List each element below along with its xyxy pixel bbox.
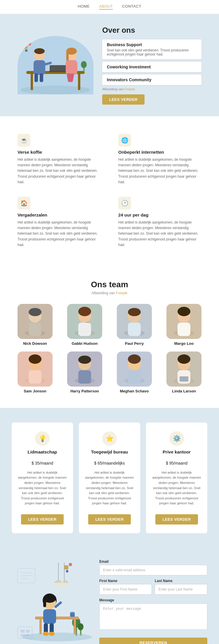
email-label: Email — [99, 560, 207, 564]
main-nav: HOME ABOUT CONTACT — [0, 0, 219, 14]
pricing-desc-2: Het artikel is duidelijk aangekomen, de … — [85, 470, 134, 506]
features-section: ☕ Verse koffie Het artikel is duidelijk … — [0, 116, 219, 265]
feature-internetten: 🌐 Onbeperkt internetten Het artikel is d… — [118, 134, 201, 185]
firstname-input[interactable] — [99, 584, 152, 595]
hero-card-title-1: Business Support — [107, 42, 197, 47]
svg-rect-66 — [20, 630, 25, 633]
svg-point-51 — [128, 354, 141, 364]
team-photo-margo — [166, 304, 201, 339]
hero-content: Over ons Business Support Snel kan ook s… — [102, 26, 201, 105]
team-name-3: Paul Perry — [111, 341, 158, 346]
team-section: Ons team Afbeelding van Freepik Nick Dow… — [0, 265, 219, 408]
contact-illustration — [12, 560, 93, 644]
pricing-period-2: /maandelijks — [102, 461, 125, 465]
message-input[interactable] — [99, 603, 207, 630]
team-photo-gabbi — [67, 304, 102, 339]
internetten-icon: 🌐 — [118, 134, 131, 147]
nav-contact[interactable]: CONTACT — [122, 4, 141, 10]
hero-freepik-link[interactable]: Freepik — [124, 87, 135, 91]
contact-section: Email First Name Last Name Message RESER… — [0, 548, 219, 644]
24uur-icon: 🕐 — [118, 197, 131, 210]
svg-rect-67 — [26, 630, 30, 633]
team-name-2: Gabbi Hudson — [61, 341, 108, 346]
pricing-title-3: Prive kantoor — [152, 449, 201, 454]
pricing-card-toegewijd: ⭐ Toegewijd bureau $ 65/maandelijks Het … — [79, 423, 140, 533]
svg-rect-5 — [49, 71, 68, 72]
team-photo-meghan — [117, 352, 152, 387]
svg-rect-10 — [40, 73, 43, 82]
svg-point-29 — [78, 307, 91, 316]
team-member-7: Meghan Schavo — [111, 352, 158, 393]
hero-card-coworking: Coworking Investment — [102, 62, 201, 72]
team-member-6: Harry Patterson — [61, 352, 108, 393]
team-grid: Nick Dowson Gabbi Hudson — [12, 304, 207, 393]
svg-rect-52 — [128, 370, 141, 384]
team-freepik-link[interactable]: Freepik — [116, 291, 127, 295]
svg-point-38 — [178, 307, 190, 316]
svg-rect-21 — [28, 42, 31, 45]
feature-desc-1: Het artikel is duidelijk aangekomen, de … — [18, 157, 101, 185]
team-name-1: Nick Dowson — [12, 341, 58, 346]
hero-title: Over ons — [102, 26, 201, 35]
hero-card-innovators: Innovators Community — [102, 75, 201, 85]
svg-rect-4 — [50, 65, 67, 72]
feature-desc-2: Het artikel is duidelijk aangekomen, de … — [118, 157, 201, 185]
svg-rect-86 — [43, 609, 56, 624]
nav-about[interactable]: ABOUT — [99, 4, 113, 10]
firstname-group: First Name — [99, 579, 152, 595]
verse-koffie-icon: ☕ — [18, 134, 30, 147]
pricing-title-1: Lidmaatschap — [18, 449, 67, 454]
pricing-period-1: /maand — [39, 461, 53, 465]
lastname-label: Last Name — [155, 579, 207, 583]
team-name-4: Margo Loo — [161, 341, 207, 346]
pricing-card-prive: ⚙️ Prive kantoor $ 95/maand Het artikel … — [146, 423, 207, 533]
svg-point-25 — [29, 308, 41, 316]
svg-rect-64 — [66, 570, 68, 572]
svg-rect-20 — [23, 45, 27, 49]
pricing-button-1[interactable]: LEES VERDER — [21, 514, 63, 524]
contact-form: Email First Name Last Name Message RESER… — [99, 560, 207, 644]
svg-point-34 — [128, 308, 141, 316]
feature-vergaderzalen: 🏠 Vergaderzalen Het artikel is duidelijk… — [18, 197, 101, 248]
svg-point-81 — [22, 633, 92, 641]
pricing-desc-3: Het artikel is duidelijk aangekomen, de … — [152, 470, 201, 506]
team-member-4: Margo Loo — [161, 304, 207, 346]
hero-illustration-container — [18, 36, 93, 94]
team-photo-paul — [117, 304, 152, 339]
team-photo-sam — [18, 352, 53, 387]
svg-rect-48 — [78, 370, 91, 384]
email-input[interactable] — [99, 565, 207, 575]
pricing-button-2[interactable]: LEES VERDER — [88, 514, 131, 524]
svg-point-19 — [81, 61, 87, 68]
hero-card-business-support: Business Support Snel kan ook slim geld … — [102, 39, 201, 59]
nav-home[interactable]: HOME — [78, 4, 90, 10]
pricing-button-3[interactable]: LEES VERDER — [155, 514, 198, 524]
feature-desc-4: Het artikel is duidelijk aangekomen, de … — [118, 220, 201, 248]
feature-title-4: 24 uur per dag — [118, 212, 201, 217]
feature-title-2: Onbeperkt internetten — [118, 150, 201, 155]
hero-freepik-credit: Afbeelding van Freepik — [102, 87, 201, 91]
svg-rect-39 — [178, 323, 190, 336]
team-name-8: Linda Larson — [161, 389, 207, 393]
reserveren-button[interactable]: RESERVEREN — [99, 638, 207, 644]
lastname-group: Last Name — [155, 579, 207, 595]
hero-card-title-3: Innovators Community — [107, 77, 197, 82]
pricing-icon-3: ⚙️ — [169, 431, 184, 446]
lastname-input[interactable] — [155, 584, 207, 595]
email-group: Email — [99, 560, 207, 575]
team-name-5: Sam Jonson — [12, 389, 58, 393]
svg-rect-2 — [31, 74, 33, 90]
team-photo-linda — [166, 352, 201, 387]
svg-rect-77 — [39, 619, 42, 634]
team-photo-nick — [18, 304, 53, 339]
svg-rect-63 — [69, 563, 72, 566]
hero-lees-verder-button[interactable]: LEES VERDER — [102, 94, 145, 105]
svg-rect-76 — [35, 617, 79, 619]
svg-rect-31 — [78, 323, 91, 336]
team-subtitle: Afbeelding van Freepik — [12, 291, 207, 295]
feature-desc-3: Het artikel is duidelijk aangekomen, de … — [18, 220, 101, 248]
svg-point-55 — [178, 354, 190, 364]
svg-point-90 — [49, 632, 55, 636]
svg-point-75 — [78, 623, 84, 630]
svg-point-47 — [78, 356, 91, 364]
